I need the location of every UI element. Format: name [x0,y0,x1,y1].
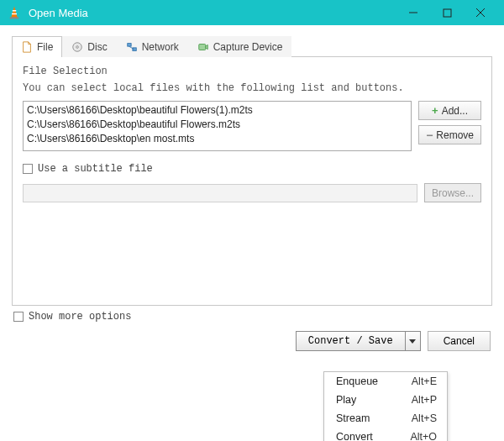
menu-item-play[interactable]: PlayAlt+P [324,391,447,409]
menu-label: Stream [336,412,370,424]
tab-bar: File Disc Network Capture Device [12,35,492,57]
tab-capture[interactable]: Capture Device [188,36,292,57]
disc-icon [71,41,83,53]
menu-item-enqueue[interactable]: EnqueueAlt+E [324,372,447,391]
subtitle-row: Use a subtitle file [23,163,481,175]
list-item[interactable]: C:\Users\86166\Desktop\beautiful Flowers… [27,103,407,118]
titlebar: Open Media [0,0,504,25]
cancel-button[interactable]: Cancel [428,331,491,351]
tab-network[interactable]: Network [117,36,188,57]
convert-save-dropdown-menu: EnqueueAlt+E PlayAlt+P StreamAlt+S Conve… [323,371,448,441]
more-options-label: Show more options [29,311,131,323]
tab-label: Network [142,41,179,53]
file-icon [21,41,33,53]
subtitle-label: Use a subtitle file [38,163,153,175]
list-item[interactable]: C:\Users\86166\Desktop\beautiful Flowers… [27,118,407,132]
vlc-cone-icon [7,5,22,20]
close-button[interactable] [464,0,497,25]
svg-rect-3 [10,17,19,18]
subtitle-checkbox[interactable] [23,164,33,174]
button-label: Remove [436,129,474,141]
convert-save-button[interactable]: Convert / Save [296,331,421,351]
dialog-client: File Disc Network Capture Device File Se… [0,25,504,358]
window-title: Open Media [29,7,396,19]
svg-rect-1 [13,10,17,12]
svg-rect-5 [444,9,451,17]
svg-marker-0 [11,7,18,18]
add-button[interactable]: +Add... [418,101,481,120]
tab-label: Capture Device [213,41,283,53]
button-label[interactable]: Convert / Save [297,332,405,350]
tab-disc[interactable]: Disc [62,36,116,57]
tab-panel-file: File Selection You can select local file… [12,57,492,306]
button-label: Browse... [432,187,474,199]
section-title: File Selection [23,66,481,77]
button-label: Add... [442,105,468,117]
menu-label: Enqueue [336,375,378,387]
svg-rect-10 [127,44,130,47]
menu-shortcut: Alt+S [412,412,437,424]
capture-device-icon [197,41,209,53]
chevron-down-icon [409,339,416,344]
list-item[interactable]: C:\Users\86166\Desktop\en most.mts [27,132,407,146]
network-icon [126,41,138,53]
minimize-button[interactable] [396,0,430,25]
convert-save-dropdown-toggle[interactable] [405,332,420,350]
tab-file[interactable]: File [12,36,62,57]
remove-button[interactable]: −Remove [418,125,481,144]
menu-shortcut: Alt+P [412,394,437,406]
svg-rect-11 [133,48,136,51]
dialog-footer: Show more options Convert / Save Cancel [12,311,492,351]
menu-label: Play [336,394,356,406]
subtitle-path-input [23,184,417,202]
tab-label: File [37,41,53,53]
menu-label: Convert [336,431,373,441]
button-label: Cancel [444,335,475,347]
browse-subtitle-button: Browse... [424,183,481,202]
more-options-checkbox[interactable] [13,312,24,322]
minus-icon: − [426,129,433,141]
svg-rect-13 [198,45,205,50]
maximize-button[interactable] [430,0,464,25]
plus-icon: + [432,105,438,116]
menu-item-stream[interactable]: StreamAlt+S [324,409,447,428]
svg-point-9 [76,46,79,49]
svg-rect-2 [12,13,17,15]
menu-shortcut: Alt+O [410,431,437,441]
section-hint: You can select local files with the foll… [23,82,481,94]
menu-item-convert[interactable]: ConvertAlt+O [324,428,447,441]
tab-label: Disc [87,41,107,53]
menu-shortcut: Alt+E [412,375,437,387]
file-list[interactable]: C:\Users\86166\Desktop\beautiful Flowers… [23,101,412,151]
